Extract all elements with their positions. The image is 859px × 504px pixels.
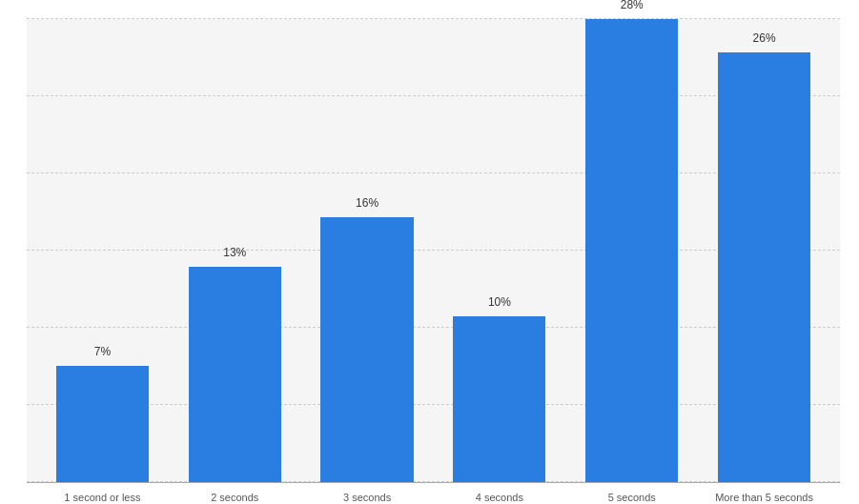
bar-value-label: 26%	[753, 31, 776, 45]
bar: 10%	[453, 316, 545, 481]
bar-value-label: 10%	[488, 295, 511, 309]
bar: 26%	[718, 52, 810, 482]
bar-value-label: 13%	[223, 246, 246, 259]
chart-container: 7%13%16%10%28%26% 1 second or less2 seco…	[0, 0, 859, 504]
bar-group: 26%	[698, 19, 830, 482]
x-axis-label: 4 seconds	[433, 483, 565, 504]
bar-value-label: 28%	[621, 0, 644, 11]
bar-group: 28%	[565, 19, 698, 482]
y-axis-label	[19, 19, 27, 504]
x-axis-label: 5 seconds	[565, 483, 698, 504]
grid-and-bars: 7%13%16%10%28%26%	[27, 19, 840, 482]
bar-value-label: 7%	[94, 345, 111, 358]
x-axis-label: 2 seconds	[169, 483, 301, 504]
bar-group: 13%	[169, 19, 301, 482]
x-axis-label: 1 second or less	[36, 483, 169, 504]
bars-row: 7%13%16%10%28%26%	[27, 19, 840, 482]
bar: 28%	[585, 19, 678, 482]
bar-value-label: 16%	[356, 196, 378, 210]
chart-inner: 7%13%16%10%28%26% 1 second or less2 seco…	[27, 19, 840, 504]
chart-area: 7%13%16%10%28%26% 1 second or less2 seco…	[19, 19, 840, 504]
x-axis-label: More than 5 seconds	[698, 483, 830, 504]
bar: 7%	[56, 366, 149, 481]
bar-group: 16%	[301, 19, 434, 482]
x-axis: 1 second or less2 seconds3 seconds4 seco…	[27, 482, 840, 504]
bar: 13%	[189, 267, 281, 482]
bar-group: 7%	[36, 19, 169, 482]
bar-group: 10%	[433, 19, 565, 482]
bar: 16%	[320, 217, 413, 482]
x-axis-label: 3 seconds	[301, 483, 434, 504]
